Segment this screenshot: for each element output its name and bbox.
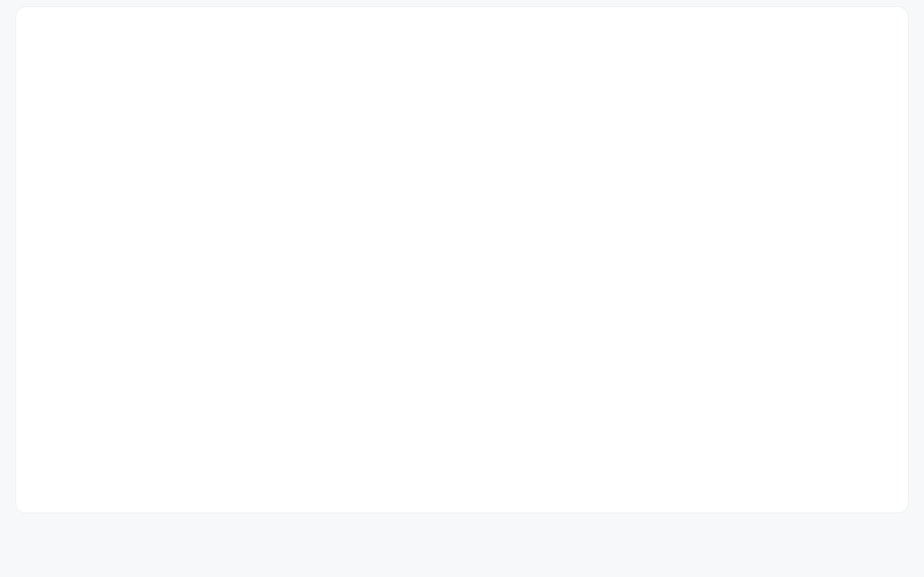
chart-plot-area — [38, 70, 886, 494]
chart-svg — [38, 70, 886, 494]
chart-card — [15, 6, 909, 513]
